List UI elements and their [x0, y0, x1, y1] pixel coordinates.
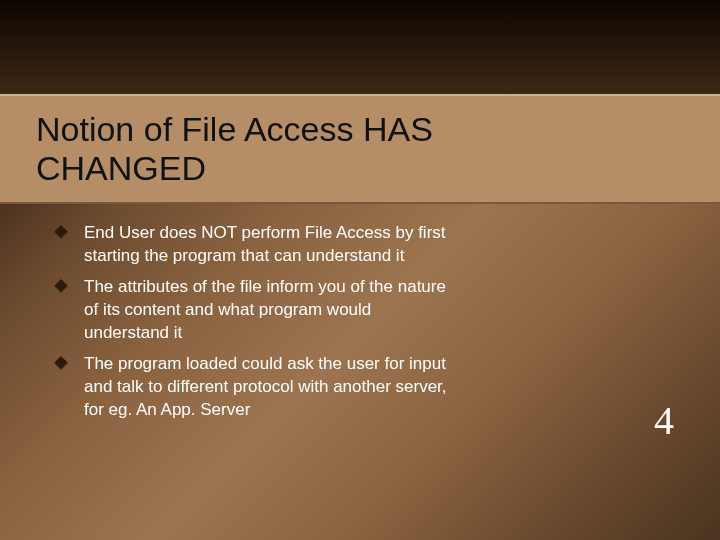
- bullet-text: End User does NOT perform File Access by…: [84, 223, 446, 265]
- content-area: End User does NOT perform File Access by…: [50, 222, 460, 430]
- title-band: Notion of File Access HAS CHANGED: [0, 94, 720, 204]
- diamond-bullet-icon: [54, 279, 68, 293]
- bullet-list: End User does NOT perform File Access by…: [50, 222, 460, 422]
- list-item: The attributes of the file inform you of…: [50, 276, 460, 345]
- header-band: [0, 0, 720, 94]
- slide-title: Notion of File Access HAS CHANGED: [36, 110, 556, 188]
- list-item: End User does NOT perform File Access by…: [50, 222, 460, 268]
- list-item: The program loaded could ask the user fo…: [50, 353, 460, 422]
- diamond-bullet-icon: [54, 356, 68, 370]
- bullet-text: The attributes of the file inform you of…: [84, 277, 446, 342]
- diamond-bullet-icon: [54, 225, 68, 239]
- page-number: 4: [654, 397, 674, 444]
- bullet-text: The program loaded could ask the user fo…: [84, 354, 447, 419]
